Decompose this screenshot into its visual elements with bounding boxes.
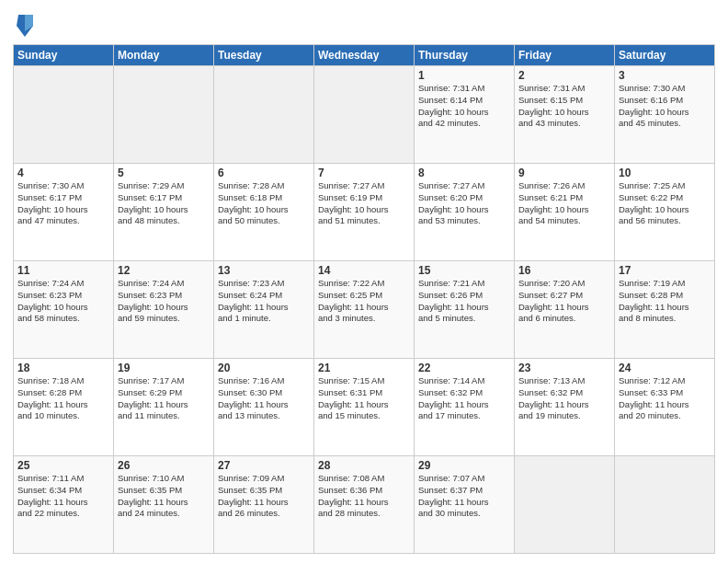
day-number: 25 (17, 459, 109, 472)
day-info: Sunrise: 7:08 AMSunset: 6:36 PMDaylight:… (318, 473, 410, 520)
calendar-cell: 2Sunrise: 7:31 AMSunset: 6:15 PMDaylight… (515, 66, 615, 164)
day-number: 3 (619, 69, 711, 82)
day-info: Sunrise: 7:10 AMSunset: 6:35 PMDaylight:… (118, 473, 210, 520)
calendar-cell: 12Sunrise: 7:24 AMSunset: 6:23 PMDayligh… (114, 261, 214, 359)
calendar-cell: 4Sunrise: 7:30 AMSunset: 6:17 PMDaylight… (14, 164, 114, 261)
day-info: Sunrise: 7:31 AMSunset: 6:14 PMDaylight:… (418, 83, 510, 130)
calendar-cell: 7Sunrise: 7:27 AMSunset: 6:19 PMDaylight… (314, 164, 415, 261)
day-number: 4 (17, 167, 109, 179)
day-number: 6 (218, 167, 310, 179)
day-number: 11 (17, 264, 109, 277)
day-info: Sunrise: 7:20 AMSunset: 6:27 PMDaylight:… (518, 278, 610, 325)
calendar-cell: 11Sunrise: 7:24 AMSunset: 6:23 PMDayligh… (14, 261, 114, 359)
day-info: Sunrise: 7:24 AMSunset: 6:23 PMDaylight:… (118, 278, 210, 325)
calendar-cell (214, 66, 314, 164)
day-info: Sunrise: 7:28 AMSunset: 6:18 PMDaylight:… (218, 180, 310, 227)
day-info: Sunrise: 7:09 AMSunset: 6:35 PMDaylight:… (218, 473, 310, 520)
day-info: Sunrise: 7:19 AMSunset: 6:28 PMDaylight:… (619, 278, 711, 325)
calendar-cell (14, 66, 114, 164)
day-info: Sunrise: 7:21 AMSunset: 6:26 PMDaylight:… (418, 278, 510, 325)
day-info: Sunrise: 7:31 AMSunset: 6:15 PMDaylight:… (518, 83, 610, 130)
day-number: 7 (318, 167, 410, 179)
calendar-cell: 23Sunrise: 7:13 AMSunset: 6:32 PMDayligh… (515, 359, 615, 456)
day-number: 29 (418, 459, 510, 472)
weekday-header-thursday: Thursday (415, 45, 515, 66)
calendar-cell: 19Sunrise: 7:17 AMSunset: 6:29 PMDayligh… (114, 359, 214, 456)
logo (13, 13, 35, 39)
day-number: 15 (418, 264, 510, 277)
day-number: 14 (318, 264, 410, 277)
day-number: 17 (619, 264, 711, 277)
calendar-cell (515, 456, 615, 554)
day-number: 21 (318, 362, 410, 374)
day-number: 8 (418, 167, 510, 179)
day-number: 10 (619, 167, 711, 179)
calendar-cell: 14Sunrise: 7:22 AMSunset: 6:25 PMDayligh… (314, 261, 415, 359)
week-row-2: 4Sunrise: 7:30 AMSunset: 6:17 PMDaylight… (14, 164, 715, 261)
calendar-cell: 17Sunrise: 7:19 AMSunset: 6:28 PMDayligh… (615, 261, 715, 359)
calendar-cell: 29Sunrise: 7:07 AMSunset: 6:37 PMDayligh… (415, 456, 515, 554)
calendar-cell: 27Sunrise: 7:09 AMSunset: 6:35 PMDayligh… (214, 456, 314, 554)
calendar-cell: 22Sunrise: 7:14 AMSunset: 6:32 PMDayligh… (415, 359, 515, 456)
day-info: Sunrise: 7:24 AMSunset: 6:23 PMDaylight:… (17, 278, 109, 325)
day-info: Sunrise: 7:22 AMSunset: 6:25 PMDaylight:… (318, 278, 410, 325)
day-number: 2 (518, 69, 610, 82)
calendar-cell: 21Sunrise: 7:15 AMSunset: 6:31 PMDayligh… (314, 359, 415, 456)
day-info: Sunrise: 7:30 AMSunset: 6:16 PMDaylight:… (619, 83, 711, 130)
week-row-4: 18Sunrise: 7:18 AMSunset: 6:28 PMDayligh… (14, 359, 715, 456)
day-number: 5 (118, 167, 210, 179)
day-info: Sunrise: 7:26 AMSunset: 6:21 PMDaylight:… (518, 180, 610, 227)
day-number: 27 (218, 459, 310, 472)
week-row-3: 11Sunrise: 7:24 AMSunset: 6:23 PMDayligh… (14, 261, 715, 359)
calendar-cell: 18Sunrise: 7:18 AMSunset: 6:28 PMDayligh… (14, 359, 114, 456)
day-number: 12 (118, 264, 210, 277)
calendar-page: SundayMondayTuesdayWednesdayThursdayFrid… (0, 0, 728, 563)
day-info: Sunrise: 7:13 AMSunset: 6:32 PMDaylight:… (518, 375, 610, 422)
day-info: Sunrise: 7:30 AMSunset: 6:17 PMDaylight:… (17, 180, 109, 227)
day-info: Sunrise: 7:29 AMSunset: 6:17 PMDaylight:… (118, 180, 210, 227)
day-number: 1 (418, 69, 510, 82)
calendar-cell: 20Sunrise: 7:16 AMSunset: 6:30 PMDayligh… (214, 359, 314, 456)
day-info: Sunrise: 7:23 AMSunset: 6:24 PMDaylight:… (218, 278, 310, 325)
calendar-cell: 6Sunrise: 7:28 AMSunset: 6:18 PMDaylight… (214, 164, 314, 261)
day-info: Sunrise: 7:27 AMSunset: 6:19 PMDaylight:… (318, 180, 410, 227)
calendar-cell (615, 456, 715, 554)
calendar-cell: 15Sunrise: 7:21 AMSunset: 6:26 PMDayligh… (415, 261, 515, 359)
day-number: 24 (619, 362, 711, 374)
day-number: 9 (518, 167, 610, 179)
day-info: Sunrise: 7:25 AMSunset: 6:22 PMDaylight:… (619, 180, 711, 227)
calendar-cell: 8Sunrise: 7:27 AMSunset: 6:20 PMDaylight… (415, 164, 515, 261)
day-info: Sunrise: 7:18 AMSunset: 6:28 PMDaylight:… (17, 375, 109, 422)
week-row-5: 25Sunrise: 7:11 AMSunset: 6:34 PMDayligh… (14, 456, 715, 554)
calendar-cell: 24Sunrise: 7:12 AMSunset: 6:33 PMDayligh… (615, 359, 715, 456)
day-number: 18 (17, 362, 109, 374)
day-number: 23 (518, 362, 610, 374)
day-number: 19 (118, 362, 210, 374)
weekday-header-monday: Monday (114, 45, 214, 66)
calendar-cell: 28Sunrise: 7:08 AMSunset: 6:36 PMDayligh… (314, 456, 415, 554)
week-row-1: 1Sunrise: 7:31 AMSunset: 6:14 PMDaylight… (14, 66, 715, 164)
logo-icon (15, 13, 35, 39)
calendar-cell: 3Sunrise: 7:30 AMSunset: 6:16 PMDaylight… (615, 66, 715, 164)
day-number: 28 (318, 459, 410, 472)
weekday-header-wednesday: Wednesday (314, 45, 415, 66)
day-info: Sunrise: 7:11 AMSunset: 6:34 PMDaylight:… (17, 473, 109, 520)
calendar-cell: 5Sunrise: 7:29 AMSunset: 6:17 PMDaylight… (114, 164, 214, 261)
day-info: Sunrise: 7:27 AMSunset: 6:20 PMDaylight:… (418, 180, 510, 227)
day-number: 26 (118, 459, 210, 472)
day-info: Sunrise: 7:16 AMSunset: 6:30 PMDaylight:… (218, 375, 310, 422)
calendar-cell: 26Sunrise: 7:10 AMSunset: 6:35 PMDayligh… (114, 456, 214, 554)
day-info: Sunrise: 7:07 AMSunset: 6:37 PMDaylight:… (418, 473, 510, 520)
calendar-cell: 25Sunrise: 7:11 AMSunset: 6:34 PMDayligh… (14, 456, 114, 554)
day-info: Sunrise: 7:12 AMSunset: 6:33 PMDaylight:… (619, 375, 711, 422)
calendar-table: SundayMondayTuesdayWednesdayThursdayFrid… (13, 44, 715, 554)
weekday-header-friday: Friday (515, 45, 615, 66)
header (13, 9, 715, 39)
calendar-cell: 16Sunrise: 7:20 AMSunset: 6:27 PMDayligh… (515, 261, 615, 359)
calendar-cell: 10Sunrise: 7:25 AMSunset: 6:22 PMDayligh… (615, 164, 715, 261)
calendar-cell: 9Sunrise: 7:26 AMSunset: 6:21 PMDaylight… (515, 164, 615, 261)
calendar-cell: 1Sunrise: 7:31 AMSunset: 6:14 PMDaylight… (415, 66, 515, 164)
calendar-cell (314, 66, 415, 164)
calendar-cell (114, 66, 214, 164)
day-info: Sunrise: 7:14 AMSunset: 6:32 PMDaylight:… (418, 375, 510, 422)
